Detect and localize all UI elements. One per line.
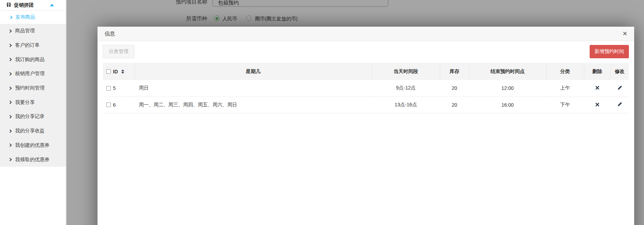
row-checkbox[interactable]	[106, 102, 111, 107]
chevron-right-icon	[8, 144, 12, 147]
sidebar-item-label: 我创建的优惠券	[15, 142, 49, 148]
sidebar-item-label: 客户的订单	[15, 42, 40, 48]
col-header-modify: 修改	[610, 63, 629, 80]
chevron-right-icon	[8, 158, 12, 161]
sidebar-group: 商品管理 客户的订单 我订购的商品 核销用户管理 预约时间管理 我要分享	[0, 24, 66, 167]
cell-end-time: 16:00	[469, 97, 546, 113]
sidebar-item-coupons-created[interactable]: 我创建的优惠券	[0, 138, 66, 153]
cell-timeslot: 9点-12点	[372, 80, 440, 97]
sidebar-item-label: 我要分享	[15, 99, 35, 106]
chevron-right-icon	[8, 44, 12, 47]
col-header-delete: 删除	[584, 63, 610, 80]
col-header-stock: 库存	[440, 63, 469, 80]
sidebar-item-customer-orders[interactable]: 客户的订单	[0, 38, 66, 53]
cell-id: 5	[113, 85, 116, 91]
cell-end-time: 12:00	[469, 80, 546, 97]
sidebar-item-product-manage[interactable]: 商品管理	[0, 24, 66, 38]
row-checkbox[interactable]	[106, 86, 111, 91]
sidebar-item-label: 我领取的优惠券	[15, 157, 49, 163]
booking-time-table: ID 星期几 当天时间段 库存 结束预约时间点 分类 删除 修改	[103, 63, 629, 113]
sidebar-active-label: 发布商品	[15, 14, 35, 20]
sidebar-item-publish-product[interactable]: 发布商品	[0, 11, 66, 24]
chevron-right-icon	[8, 129, 12, 133]
sidebar-item-verify-users[interactable]: 核销用户管理	[0, 67, 66, 81]
gift-icon	[6, 2, 11, 8]
edit-pencil-icon[interactable]	[617, 102, 622, 107]
modal-body: 分类管理 新增预约时间 ID	[98, 41, 634, 113]
sort-icon[interactable]	[121, 68, 124, 75]
chevron-right-icon	[9, 15, 13, 19]
screen: 预约项目名称 所需币种 人民币 圈币(圈主发放的币) 促销拼团 发布商品	[0, 0, 644, 225]
sidebar-item-label: 我的分享记录	[15, 113, 45, 120]
cell-weekday: 周一、周二、周三、周四、周五、周六、周日	[135, 97, 372, 113]
delete-icon[interactable]	[595, 86, 599, 90]
sidebar-item-label: 商品管理	[15, 28, 35, 34]
sidebar-item-booking-time-manage[interactable]: 预约时间管理	[0, 81, 66, 95]
modal-header: 信息 ×	[98, 27, 634, 41]
chevron-right-icon	[8, 101, 12, 104]
cell-timeslot: 13点-16点	[372, 97, 440, 113]
col-header-timeslot: 当天时间段	[372, 63, 440, 80]
sidebar: 促销拼团 发布商品 商品管理 客户的订单 我订购的商品 核销用户管理	[0, 0, 67, 225]
collapse-arrow-icon[interactable]	[50, 4, 54, 6]
sidebar-item-share-records[interactable]: 我的分享记录	[0, 110, 66, 124]
sidebar-item-my-purchases[interactable]: 我订购的商品	[0, 52, 66, 67]
sidebar-item-coupons-received[interactable]: 我领取的优惠券	[0, 152, 66, 167]
select-all-checkbox[interactable]	[106, 69, 111, 74]
chevron-right-icon	[8, 58, 12, 61]
col-header-weekday: 星期几	[135, 63, 372, 80]
edit-pencil-icon[interactable]	[617, 85, 622, 90]
cell-weekday: 周日	[135, 80, 372, 97]
col-header-id: ID	[113, 69, 118, 74]
cell-stock: 20	[440, 80, 469, 97]
col-header-end-time: 结束预约时间点	[469, 63, 546, 80]
chevron-right-icon	[8, 115, 12, 119]
table-header-row: ID 星期几 当天时间段 库存 结束预约时间点 分类 删除 修改	[103, 63, 629, 80]
modal-toolbar: 分类管理 新增预约时间	[103, 45, 629, 58]
sidebar-item-label: 预约时间管理	[15, 85, 45, 91]
sidebar-item-i-share[interactable]: 我要分享	[0, 95, 66, 110]
info-modal: 信息 × 分类管理 新增预约时间 ID	[98, 27, 634, 225]
cell-category: 上午	[546, 80, 584, 97]
cell-category: 下午	[546, 97, 584, 113]
table-row: 5 周日 9点-12点 20 12:00 上午	[103, 80, 629, 97]
cell-id: 6	[113, 102, 116, 108]
cell-stock: 20	[440, 97, 469, 113]
sidebar-item-promo-group[interactable]: 促销拼团	[0, 0, 66, 11]
chevron-right-icon	[8, 29, 12, 33]
sidebar-parent-label: 促销拼团	[14, 2, 34, 8]
modal-title: 信息	[105, 31, 115, 37]
sidebar-item-label: 我订购的商品	[15, 57, 45, 63]
chevron-right-icon	[8, 86, 12, 90]
add-booking-time-button[interactable]: 新增预约时间	[590, 45, 629, 58]
chevron-right-icon	[8, 72, 12, 75]
sidebar-item-share-earnings[interactable]: 我的分享收益	[0, 124, 66, 138]
table-row: 6 周一、周二、周三、周四、周五、周六、周日 13点-16点 20 16:00 …	[103, 97, 629, 113]
sidebar-item-label: 我的分享收益	[15, 128, 45, 134]
col-header-category: 分类	[546, 63, 584, 80]
delete-icon[interactable]	[595, 102, 599, 107]
close-icon[interactable]: ×	[623, 30, 627, 37]
sidebar-item-label: 核销用户管理	[15, 71, 45, 77]
category-manage-button[interactable]: 分类管理	[103, 45, 134, 58]
